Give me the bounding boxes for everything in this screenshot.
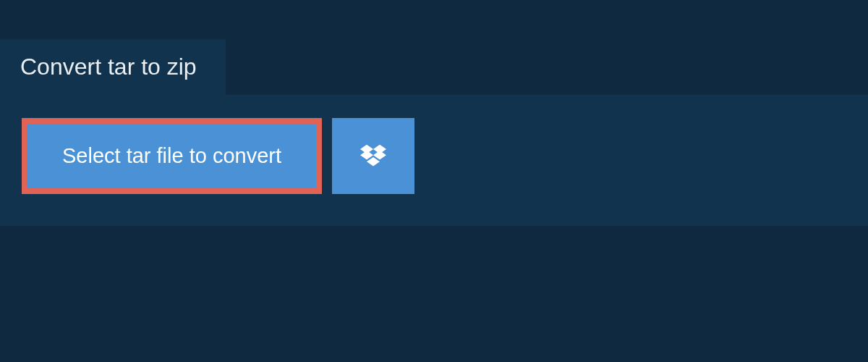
select-file-button[interactable]: Select tar file to convert (22, 118, 322, 194)
select-file-button-label: Select tar file to convert (62, 144, 281, 168)
tab-header: Convert tar to zip (0, 39, 226, 95)
dropbox-icon (360, 144, 386, 169)
page-title: Convert tar to zip (20, 54, 197, 80)
dropbox-button[interactable] (332, 118, 414, 194)
button-row: Select tar file to convert (22, 118, 846, 194)
converter-panel: Select tar file to convert (0, 95, 868, 226)
